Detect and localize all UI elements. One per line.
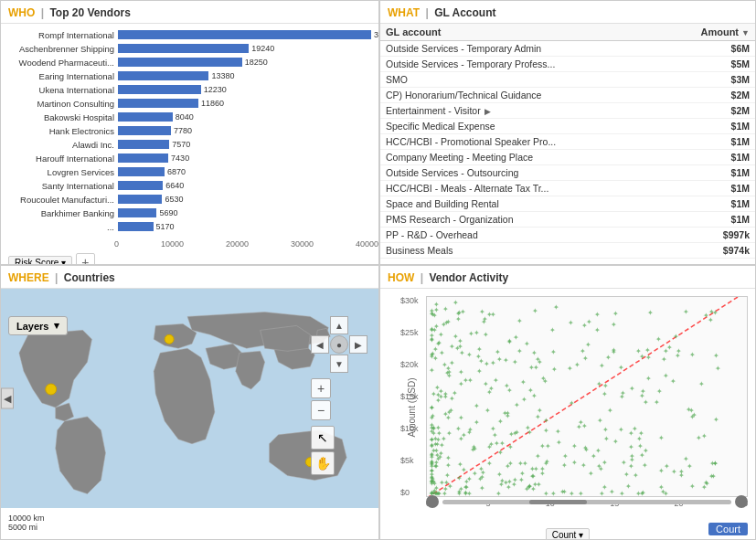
scatter-dot: ✦ (442, 393, 449, 401)
vendor-bar-row[interactable]: Earing International13380 (8, 69, 371, 82)
vendor-bar-row[interactable]: Alawdi Inc.7570 (8, 138, 371, 151)
gl-table-row[interactable]: Entertainment - Visitor ▶$2M (380, 103, 755, 119)
scatter-dot: ✦ (479, 484, 485, 492)
bar-container: 18250 (118, 58, 371, 67)
nav-left-button[interactable]: ◀ (311, 335, 329, 354)
vendor-name: Bakowski Hospital (8, 112, 118, 122)
nav-center-button[interactable]: ● (330, 335, 348, 354)
gl-table-row[interactable]: Printing$892k (380, 259, 755, 262)
gl-amount-cell: $997k (662, 228, 755, 243)
scatter-dot: ✦ (506, 478, 513, 486)
scatter-dot: ✦ (435, 340, 442, 348)
scatter-dot: ✦ (602, 483, 608, 492)
scatter-dot: ✦ (581, 322, 588, 330)
vendor-bar-row[interactable]: ...5170 (8, 220, 371, 233)
gl-table-row[interactable]: Business Meals$974k (380, 243, 755, 259)
scatter-dot: ✦ (444, 471, 451, 480)
scatter-dot: ✦ (431, 424, 437, 432)
vendor-bar-row[interactable]: Harouff International7430 (8, 152, 371, 164)
gl-table-row[interactable]: Outside Services - Temporary Admin$6M (380, 41, 755, 57)
scatter-dot: ✦ (708, 316, 714, 324)
x-axis-label: 10000 (161, 239, 184, 249)
gl-amount-cell: $1M (662, 196, 755, 212)
scatter-dot: ✦ (713, 352, 719, 360)
gl-table: GL account Amount ▼ Outside Services - T… (380, 24, 755, 261)
collapse-left-button[interactable]: ◀ (1, 388, 14, 409)
scatter-dot: ✦ (506, 337, 513, 345)
map-dot-europe[interactable] (165, 334, 174, 344)
vendor-bar-row[interactable]: Lovgren Services6870 (8, 165, 371, 178)
vendor-bar-row[interactable]: Santy International6640 (8, 179, 371, 192)
scatter-dot: ✦ (644, 346, 651, 355)
vendor-name: Aschenbrenner Shipping (8, 44, 118, 54)
gl-table-row[interactable]: PP - R&D - Overhead$997k (380, 228, 755, 243)
gl-amount-cell: $1M (662, 181, 755, 196)
risk-score-button[interactable]: Risk Score ▾ (8, 256, 72, 266)
gl-table-row[interactable]: SMO$3M (380, 72, 755, 88)
vendor-bar-row[interactable]: Martinon Consulting11860 (8, 97, 371, 110)
vendor-bar-row[interactable]: Barkhimer Banking5690 (8, 206, 371, 219)
bar-fill: 6640 (118, 181, 163, 190)
scatter-dot: ✦ (497, 449, 504, 457)
gl-table-row[interactable]: Outside Services - Outsourcing$1M (380, 165, 755, 181)
vendor-bar-row[interactable]: Roucoulet Manufacturi...6530 (8, 193, 371, 206)
bar-value: 6640 (165, 181, 184, 190)
scatter-dot: ✦ (561, 461, 568, 470)
bar-container: 11860 (118, 99, 371, 108)
zoom-out-button[interactable]: − (311, 400, 331, 420)
gl-amount-cell: $1M (662, 134, 755, 150)
gl-table-row[interactable]: HCC/HCBI - Meals - Alternate Tax Tr...$1… (380, 181, 755, 196)
gl-table-row[interactable]: HCC/HCBI - Promotional Speaker Pro...$1M (380, 134, 755, 150)
play-icon[interactable]: ▶ (483, 107, 492, 116)
gl-account-cell: Specific Medical Expense (380, 119, 662, 134)
pan-tool-button[interactable]: ✋ (311, 451, 335, 475)
vendor-bar-row[interactable]: Aschenbrenner Shipping19240 (8, 42, 371, 55)
scatter-dot: ✦ (535, 452, 541, 461)
vendor-bar-row[interactable]: Ukena International12230 (8, 83, 371, 96)
scatter-area: ✦✦✦✦✦✦✦✦✦✦✦✦✦✦✦✦✦✦✦✦✦✦✦✦✦✦✦✦✦✦✦✦✦✦✦✦✦✦✦✦… (426, 296, 748, 497)
gl-amount-cell: $5M (662, 57, 755, 72)
gl-table-wrapper: GL account Amount ▼ Outside Services - T… (380, 24, 755, 261)
gl-table-row[interactable]: CP) Honorarium/Technical Guidance$2M (380, 88, 755, 103)
bar-value: 7780 (174, 126, 192, 135)
layers-button[interactable]: Layers ▾ (8, 316, 68, 335)
sort-arrow-icon[interactable]: ▼ (741, 28, 750, 37)
gl-table-row[interactable]: Company Meeting - Meeting Place$1M (380, 150, 755, 165)
scatter-dot: ✦ (658, 434, 665, 442)
bar-fill: 11860 (118, 99, 198, 108)
slider-right-thumb[interactable] (735, 495, 748, 508)
vendor-bar-row[interactable]: Woodend Pharmaceuti...18250 (8, 56, 371, 69)
scatter-dot: ✦ (452, 389, 458, 397)
zoom-in-button[interactable]: + (311, 378, 331, 398)
scatter-dot: ✦ (437, 453, 443, 461)
slider-track[interactable] (442, 500, 731, 504)
map-dot-usa[interactable] (46, 384, 57, 395)
layers-label: Layers (16, 321, 48, 332)
count-button[interactable]: Count ▾ (546, 528, 591, 540)
gl-table-row[interactable]: Space and Building Rental$1M (380, 196, 755, 212)
scatter-dot: ✦ (516, 317, 523, 325)
gl-table-row[interactable]: Outside Services - Temporary Profess...$… (380, 57, 755, 72)
scatter-dot: ✦ (620, 389, 626, 397)
nav-right-button[interactable]: ▶ (349, 335, 367, 354)
slider-left-thumb[interactable] (426, 495, 439, 508)
gl-table-row[interactable]: PMS Research - Organization$1M (380, 212, 755, 228)
vendor-bar-row[interactable]: Bakowski Hospital8040 (8, 111, 371, 123)
nav-down-button[interactable]: ▼ (330, 355, 348, 373)
scatter-dot: ✦ (484, 407, 491, 415)
scatter-dot: ✦ (629, 385, 635, 393)
scatter-dot: ✦ (458, 485, 464, 493)
scatter-dot: ✦ (505, 462, 511, 471)
gl-table-row[interactable]: Specific Medical Expense$1M (380, 119, 755, 134)
scatter-dot: ✦ (442, 305, 449, 313)
vendor-bar-row[interactable]: Hank Electronics7780 (8, 124, 371, 137)
select-tool-button[interactable]: ↖ (311, 426, 335, 450)
add-filter-button[interactable]: + (76, 253, 94, 265)
col-amount-header: Amount ▼ (662, 24, 755, 41)
vendor-bar-row[interactable]: Rompf International37210 (8, 28, 371, 41)
scatter-dot: ✦ (494, 439, 500, 448)
scatter-dot: ✦ (574, 361, 580, 369)
nav-up-button[interactable]: ▲ (330, 316, 348, 334)
vendor-name: Harouff International (8, 154, 118, 164)
bar-fill: 7570 (118, 140, 169, 149)
